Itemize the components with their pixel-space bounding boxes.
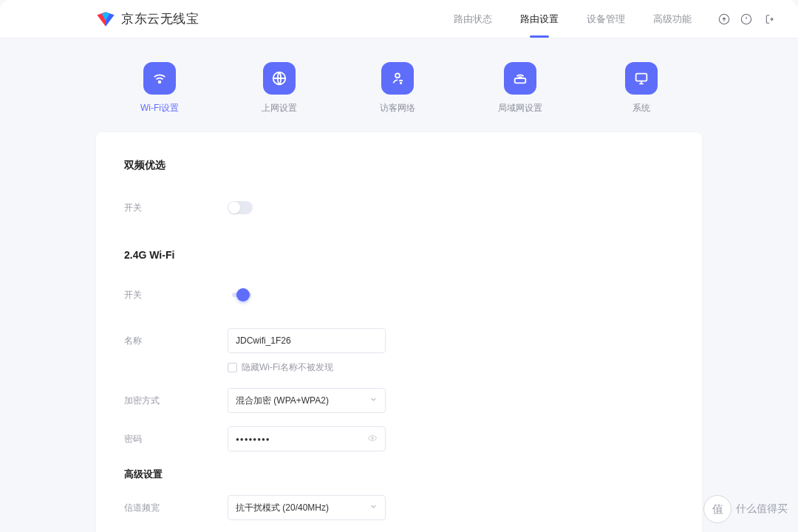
hide-wifi-label: 隐藏Wi-Fi名称不被发现 — [242, 361, 333, 374]
tab-lan[interactable]: 局域网设置 — [498, 62, 542, 115]
watermark-text: 什么值得买 — [736, 502, 788, 516]
wifi24-section: 2.4G Wi-Fi 开关 名称 隐藏Wi-Fi名称不被发现 加密方式 混合加密… — [124, 249, 674, 532]
chevron-down-icon — [369, 395, 378, 406]
tab-system[interactable]: 系统 — [625, 62, 658, 115]
svg-rect-9 — [515, 78, 526, 83]
password-input[interactable]: ●●●●●●●● — [228, 426, 386, 451]
nav-settings[interactable]: 路由设置 — [520, 13, 559, 26]
tab-wifi-label: Wi-Fi设置 — [140, 102, 179, 115]
tab-guest-label: 访客网络 — [380, 102, 415, 115]
chevron-down-icon — [369, 502, 378, 513]
advanced-title: 高级设置 — [124, 468, 674, 481]
brand-text: 京东云无线宝 — [121, 10, 199, 27]
tab-system-label: 系统 — [632, 102, 650, 115]
password-label: 密码 — [124, 433, 228, 446]
nav-devices[interactable]: 设备管理 — [587, 13, 625, 26]
svg-point-11 — [369, 435, 377, 440]
dualband-section: 双频优选 开关 — [124, 159, 674, 224]
checkbox-icon — [228, 363, 237, 372]
globe-icon — [271, 70, 287, 86]
wifi24-name-input[interactable] — [228, 328, 386, 353]
bandwidth-select[interactable]: 抗干扰模式 (20/40MHz) — [228, 495, 386, 520]
router-icon — [512, 70, 528, 86]
dualband-switch-label: 开关 — [124, 202, 228, 214]
tab-lan-label: 局域网设置 — [498, 102, 542, 115]
bandwidth-value: 抗干扰模式 (20/40MHz) — [236, 502, 329, 514]
nav-advanced[interactable]: 高级功能 — [653, 13, 692, 26]
brand: 京东云无线宝 — [96, 10, 199, 27]
bandwidth-label: 信道频宽 — [124, 502, 228, 514]
wifi24-toggle[interactable] — [228, 287, 256, 302]
tab-wan[interactable]: 上网设置 — [262, 62, 297, 115]
system-icon — [633, 70, 649, 86]
dualband-toggle[interactable] — [228, 201, 253, 214]
tab-guest[interactable]: 访客网络 — [380, 62, 415, 115]
wifi-icon — [151, 70, 168, 86]
power-icon[interactable] — [740, 13, 752, 25]
wifi24-name-label: 名称 — [124, 335, 228, 347]
svg-point-8 — [400, 83, 401, 83]
wifi24-title: 2.4G Wi-Fi — [124, 249, 674, 261]
top-nav: 路由状态 路由设置 设备管理 高级功能 — [454, 13, 692, 26]
password-value: ●●●●●●●● — [236, 436, 270, 443]
brand-logo-icon — [96, 11, 115, 27]
hide-wifi-checkbox[interactable]: 隐藏Wi-Fi名称不被发现 — [228, 361, 674, 374]
section-tabs: Wi-Fi设置 上网设置 访客网络 局域网设置 系统 — [0, 38, 798, 122]
guest-icon — [389, 70, 406, 86]
top-icons — [718, 13, 774, 25]
wifi24-switch-label: 开关 — [124, 289, 228, 301]
nav-status[interactable]: 路由状态 — [454, 13, 492, 26]
watermark: 值 什么值得买 — [703, 495, 788, 523]
watermark-badge: 值 — [703, 495, 732, 523]
encryption-label: 加密方式 — [124, 395, 228, 407]
tab-wan-label: 上网设置 — [262, 102, 297, 115]
settings-card: 双频优选 开关 2.4G Wi-Fi 开关 名称 隐藏Wi-Fi名称不被发现 加… — [96, 132, 702, 532]
logout-icon[interactable] — [763, 13, 774, 25]
svg-point-12 — [372, 437, 374, 439]
svg-rect-10 — [636, 74, 647, 81]
eye-icon[interactable] — [367, 433, 378, 446]
svg-point-7 — [395, 73, 400, 78]
encryption-select[interactable]: 混合加密 (WPA+WPA2) — [228, 388, 386, 413]
tab-wifi[interactable]: Wi-Fi设置 — [140, 62, 179, 115]
top-bar: 京东云无线宝 路由状态 路由设置 设备管理 高级功能 — [0, 0, 798, 38]
svg-point-5 — [159, 81, 161, 83]
dualband-title: 双频优选 — [124, 159, 674, 172]
upgrade-icon[interactable] — [718, 13, 730, 25]
encryption-value: 混合加密 (WPA+WPA2) — [236, 395, 329, 407]
